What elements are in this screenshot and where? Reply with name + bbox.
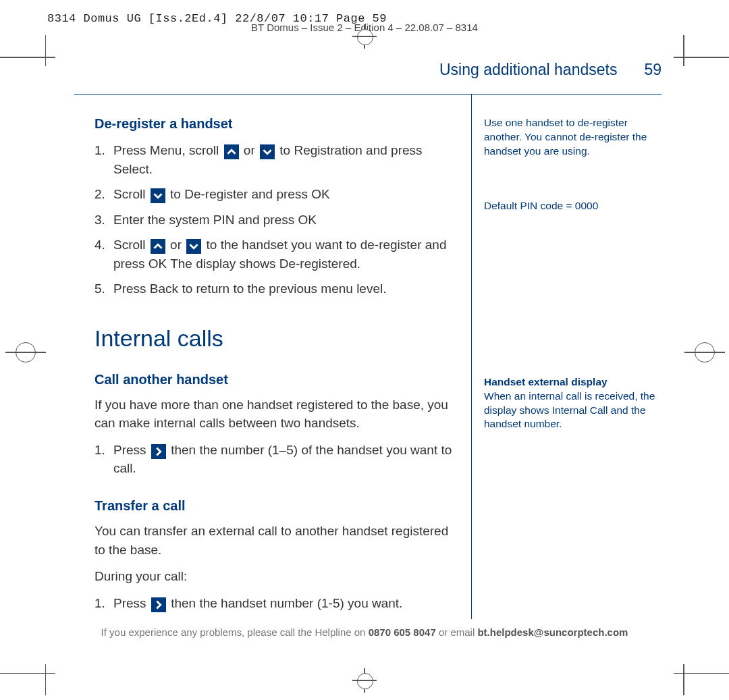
chevron-right-icon	[151, 597, 166, 612]
chevron-right-icon	[151, 444, 166, 459]
step-3: 3. Enter the system PIN and press OK	[94, 211, 459, 230]
registration-mark-right	[684, 332, 725, 373]
chevron-up-icon	[151, 239, 165, 254]
chevron-down-icon	[260, 144, 275, 159]
chevron-down-icon	[186, 239, 201, 254]
crop-mark-bottom	[352, 668, 377, 693]
transfer-desc: You can transfer an external call to ano…	[94, 522, 459, 559]
transfer-step-1: 1. Press then the handset number (1-5) y…	[94, 594, 459, 613]
main-column: De-register a handset 1. Press Menu, scr…	[74, 95, 471, 619]
step-4: 4. Scroll or to the handset you want to …	[94, 236, 459, 273]
footer-phone: 0870 605 8047	[369, 626, 436, 638]
corner-mark-tl	[0, 35, 55, 76]
corner-mark-bl	[0, 655, 55, 695]
chevron-down-icon	[151, 188, 165, 203]
step-5: 5. Press Back to return to the previous …	[94, 279, 459, 298]
chapter-title: Using additional handsets	[439, 61, 617, 79]
call-step-1: 1. Press then the number (1–5) of the ha…	[94, 441, 459, 478]
corner-mark-tr	[674, 35, 729, 76]
section-deregister-title: De-register a handset	[94, 116, 459, 132]
footer-email: bt.helpdesk@suncorptech.com	[477, 626, 628, 638]
step-1: 1. Press Menu, scroll or to Registration…	[94, 141, 459, 178]
side-note-title: Handset external display	[484, 376, 608, 387]
call-another-desc: If you have more than one handset regist…	[94, 396, 459, 433]
section-call-another-title: Call another handset	[94, 372, 459, 387]
heading-internal-calls: Internal calls	[94, 325, 459, 352]
page-number: 59	[644, 61, 662, 79]
chevron-up-icon	[224, 144, 239, 159]
side-note-pin: Default PIN code = 0000	[484, 199, 659, 213]
side-column: Use one handset to de-register another. …	[471, 95, 659, 619]
corner-mark-br	[674, 655, 729, 695]
footer-helpline: If you experience any problems, please c…	[0, 626, 729, 638]
step-2: 2. Scroll to De-register and press OK	[94, 185, 459, 204]
transfer-during: During your call:	[94, 567, 459, 586]
section-transfer-title: Transfer a call	[94, 498, 459, 514]
crop-mark-top	[352, 24, 377, 49]
side-note-deregister: Use one handset to de-register another. …	[484, 116, 659, 159]
side-note-external-display: Handset external display When an interna…	[484, 375, 659, 432]
page-content: Using additional handsets 59 De-register…	[74, 61, 662, 619]
registration-mark-left	[5, 332, 46, 373]
